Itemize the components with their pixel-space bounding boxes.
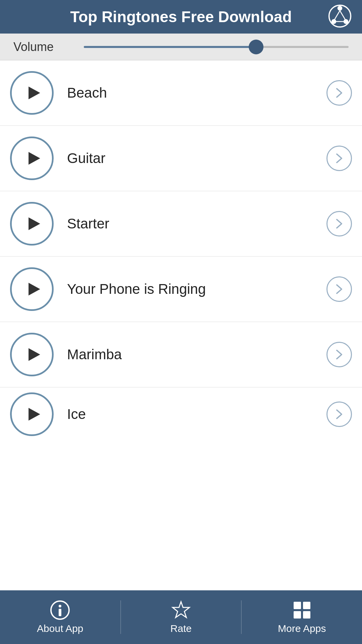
- nav-more[interactable]: More Apps: [242, 590, 362, 644]
- svg-rect-20: [303, 611, 310, 619]
- app-title: Top Ringtones Free Download: [70, 8, 292, 26]
- info-icon: [50, 600, 70, 620]
- chevron-right-icon: [333, 87, 345, 99]
- bottom-nav: About App Rate More Apps: [0, 590, 362, 644]
- svg-point-2: [331, 19, 336, 24]
- svg-marker-12: [28, 408, 40, 421]
- app-header: Top Ringtones Free Download: [0, 0, 362, 34]
- chevron-right-icon: [333, 218, 345, 230]
- nav-rate[interactable]: Rate: [121, 590, 241, 644]
- play-button-4[interactable]: [10, 267, 54, 311]
- ringtone-name: Beach: [54, 85, 326, 101]
- svg-line-5: [340, 11, 345, 20]
- ringtone-list: Beach Guitar: [0, 60, 362, 590]
- detail-button-4[interactable]: [326, 276, 352, 302]
- ringtone-name: Your Phone is Ringing: [54, 281, 326, 297]
- chevron-right-icon: [333, 152, 345, 164]
- list-item: Your Phone is Ringing: [0, 257, 362, 322]
- chevron-right-icon: [333, 348, 345, 361]
- play-button-3[interactable]: [10, 202, 54, 246]
- chevron-right-icon: [333, 408, 345, 420]
- detail-button-3[interactable]: [326, 211, 352, 236]
- svg-rect-18: [303, 602, 310, 609]
- detail-button-6[interactable]: [326, 401, 352, 427]
- about-label: About App: [37, 623, 83, 634]
- svg-line-4: [335, 11, 340, 20]
- volume-bar: Volume: [0, 34, 362, 60]
- play-button-5[interactable]: [10, 333, 54, 376]
- list-item: Starter: [0, 191, 362, 257]
- svg-marker-8: [28, 152, 40, 165]
- svg-rect-17: [294, 602, 301, 609]
- svg-rect-19: [294, 611, 301, 619]
- detail-button-2[interactable]: [326, 146, 352, 171]
- play-button-6[interactable]: [10, 392, 54, 436]
- svg-point-3: [344, 19, 348, 24]
- volume-label: Volume: [13, 40, 74, 54]
- chevron-right-icon: [333, 283, 345, 295]
- ringtone-name: Marimba: [54, 346, 326, 363]
- play-icon: [24, 346, 42, 363]
- grid-icon: [292, 600, 312, 620]
- play-button-2[interactable]: [10, 137, 54, 180]
- star-icon: [171, 600, 191, 620]
- ringtone-name: Ice: [54, 406, 326, 422]
- volume-thumb[interactable]: [249, 40, 263, 54]
- list-item: Marimba: [0, 322, 362, 387]
- svg-point-1: [338, 6, 342, 10]
- svg-marker-11: [28, 348, 40, 361]
- svg-marker-10: [28, 283, 40, 296]
- circle-nodes-icon[interactable]: [328, 4, 352, 30]
- list-item: Beach: [0, 60, 362, 126]
- play-button-1[interactable]: [10, 71, 54, 115]
- nav-about[interactable]: About App: [0, 590, 120, 644]
- play-icon: [24, 280, 42, 298]
- svg-marker-7: [28, 87, 40, 99]
- ringtone-name: Guitar: [54, 150, 326, 166]
- volume-track: [84, 46, 349, 48]
- svg-rect-15: [59, 609, 61, 616]
- play-icon: [24, 84, 42, 102]
- ringtone-name: Starter: [54, 216, 326, 232]
- list-item: Guitar: [0, 126, 362, 191]
- play-icon: [24, 150, 42, 167]
- detail-button-5[interactable]: [326, 342, 352, 367]
- detail-button-1[interactable]: [326, 80, 352, 106]
- play-icon: [24, 215, 42, 232]
- play-icon: [24, 406, 42, 423]
- list-item: Ice: [0, 387, 362, 441]
- volume-slider[interactable]: [84, 45, 349, 49]
- svg-marker-16: [173, 602, 189, 618]
- svg-marker-9: [28, 217, 40, 230]
- svg-point-14: [59, 605, 61, 607]
- more-label: More Apps: [278, 623, 326, 634]
- rate-label: Rate: [170, 623, 191, 634]
- volume-fill: [84, 46, 256, 48]
